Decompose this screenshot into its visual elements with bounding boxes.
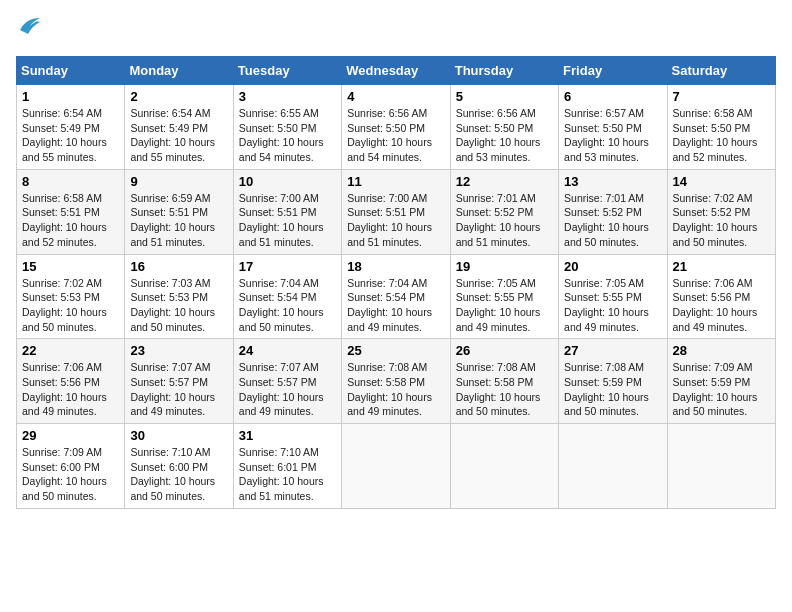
day-info: Sunrise: 6:58 AMSunset: 5:51 PMDaylight:… bbox=[22, 192, 107, 248]
calendar-header-sunday: Sunday bbox=[17, 57, 125, 85]
day-info: Sunrise: 7:09 AMSunset: 6:00 PMDaylight:… bbox=[22, 446, 107, 502]
day-info: Sunrise: 7:05 AMSunset: 5:55 PMDaylight:… bbox=[456, 277, 541, 333]
calendar-cell: 19 Sunrise: 7:05 AMSunset: 5:55 PMDaylig… bbox=[450, 254, 558, 339]
calendar-cell: 11 Sunrise: 7:00 AMSunset: 5:51 PMDaylig… bbox=[342, 169, 450, 254]
calendar-cell: 14 Sunrise: 7:02 AMSunset: 5:52 PMDaylig… bbox=[667, 169, 775, 254]
day-info: Sunrise: 7:07 AMSunset: 5:57 PMDaylight:… bbox=[130, 361, 215, 417]
calendar-header-monday: Monday bbox=[125, 57, 233, 85]
calendar-header-row: SundayMondayTuesdayWednesdayThursdayFrid… bbox=[17, 57, 776, 85]
day-info: Sunrise: 7:08 AMSunset: 5:58 PMDaylight:… bbox=[456, 361, 541, 417]
calendar-week-1: 1 Sunrise: 6:54 AMSunset: 5:49 PMDayligh… bbox=[17, 85, 776, 170]
day-info: Sunrise: 7:04 AMSunset: 5:54 PMDaylight:… bbox=[239, 277, 324, 333]
calendar-cell bbox=[342, 424, 450, 509]
calendar-cell: 26 Sunrise: 7:08 AMSunset: 5:58 PMDaylig… bbox=[450, 339, 558, 424]
day-number: 14 bbox=[673, 174, 770, 189]
calendar-header-friday: Friday bbox=[559, 57, 667, 85]
calendar-cell: 7 Sunrise: 6:58 AMSunset: 5:50 PMDayligh… bbox=[667, 85, 775, 170]
day-number: 19 bbox=[456, 259, 553, 274]
calendar-header-saturday: Saturday bbox=[667, 57, 775, 85]
day-info: Sunrise: 7:06 AMSunset: 5:56 PMDaylight:… bbox=[673, 277, 758, 333]
logo-bird-icon bbox=[18, 16, 40, 34]
day-info: Sunrise: 7:02 AMSunset: 5:53 PMDaylight:… bbox=[22, 277, 107, 333]
day-number: 17 bbox=[239, 259, 336, 274]
calendar-cell: 5 Sunrise: 6:56 AMSunset: 5:50 PMDayligh… bbox=[450, 85, 558, 170]
day-info: Sunrise: 7:08 AMSunset: 5:59 PMDaylight:… bbox=[564, 361, 649, 417]
calendar-week-5: 29 Sunrise: 7:09 AMSunset: 6:00 PMDaylig… bbox=[17, 424, 776, 509]
calendar-cell: 22 Sunrise: 7:06 AMSunset: 5:56 PMDaylig… bbox=[17, 339, 125, 424]
day-info: Sunrise: 6:56 AMSunset: 5:50 PMDaylight:… bbox=[347, 107, 432, 163]
calendar-cell: 21 Sunrise: 7:06 AMSunset: 5:56 PMDaylig… bbox=[667, 254, 775, 339]
day-number: 2 bbox=[130, 89, 227, 104]
day-info: Sunrise: 7:05 AMSunset: 5:55 PMDaylight:… bbox=[564, 277, 649, 333]
day-number: 28 bbox=[673, 343, 770, 358]
day-number: 16 bbox=[130, 259, 227, 274]
calendar-cell: 23 Sunrise: 7:07 AMSunset: 5:57 PMDaylig… bbox=[125, 339, 233, 424]
calendar-table: SundayMondayTuesdayWednesdayThursdayFrid… bbox=[16, 56, 776, 509]
day-info: Sunrise: 7:07 AMSunset: 5:57 PMDaylight:… bbox=[239, 361, 324, 417]
calendar-cell: 29 Sunrise: 7:09 AMSunset: 6:00 PMDaylig… bbox=[17, 424, 125, 509]
calendar-cell bbox=[559, 424, 667, 509]
day-info: Sunrise: 6:54 AMSunset: 5:49 PMDaylight:… bbox=[22, 107, 107, 163]
calendar-week-4: 22 Sunrise: 7:06 AMSunset: 5:56 PMDaylig… bbox=[17, 339, 776, 424]
day-number: 9 bbox=[130, 174, 227, 189]
day-number: 4 bbox=[347, 89, 444, 104]
calendar-header-tuesday: Tuesday bbox=[233, 57, 341, 85]
day-info: Sunrise: 6:59 AMSunset: 5:51 PMDaylight:… bbox=[130, 192, 215, 248]
day-number: 8 bbox=[22, 174, 119, 189]
day-number: 31 bbox=[239, 428, 336, 443]
calendar-week-2: 8 Sunrise: 6:58 AMSunset: 5:51 PMDayligh… bbox=[17, 169, 776, 254]
calendar-cell: 18 Sunrise: 7:04 AMSunset: 5:54 PMDaylig… bbox=[342, 254, 450, 339]
calendar-cell: 3 Sunrise: 6:55 AMSunset: 5:50 PMDayligh… bbox=[233, 85, 341, 170]
day-number: 5 bbox=[456, 89, 553, 104]
day-info: Sunrise: 7:01 AMSunset: 5:52 PMDaylight:… bbox=[564, 192, 649, 248]
calendar-cell: 8 Sunrise: 6:58 AMSunset: 5:51 PMDayligh… bbox=[17, 169, 125, 254]
calendar-cell: 15 Sunrise: 7:02 AMSunset: 5:53 PMDaylig… bbox=[17, 254, 125, 339]
day-number: 1 bbox=[22, 89, 119, 104]
calendar-cell: 30 Sunrise: 7:10 AMSunset: 6:00 PMDaylig… bbox=[125, 424, 233, 509]
day-number: 22 bbox=[22, 343, 119, 358]
day-info: Sunrise: 6:58 AMSunset: 5:50 PMDaylight:… bbox=[673, 107, 758, 163]
day-number: 25 bbox=[347, 343, 444, 358]
day-number: 15 bbox=[22, 259, 119, 274]
day-number: 21 bbox=[673, 259, 770, 274]
day-info: Sunrise: 6:55 AMSunset: 5:50 PMDaylight:… bbox=[239, 107, 324, 163]
day-number: 13 bbox=[564, 174, 661, 189]
day-number: 10 bbox=[239, 174, 336, 189]
day-info: Sunrise: 7:02 AMSunset: 5:52 PMDaylight:… bbox=[673, 192, 758, 248]
day-info: Sunrise: 7:01 AMSunset: 5:52 PMDaylight:… bbox=[456, 192, 541, 248]
calendar-cell: 6 Sunrise: 6:57 AMSunset: 5:50 PMDayligh… bbox=[559, 85, 667, 170]
calendar-cell bbox=[450, 424, 558, 509]
day-info: Sunrise: 6:56 AMSunset: 5:50 PMDaylight:… bbox=[456, 107, 541, 163]
calendar-cell: 20 Sunrise: 7:05 AMSunset: 5:55 PMDaylig… bbox=[559, 254, 667, 339]
day-number: 20 bbox=[564, 259, 661, 274]
day-number: 26 bbox=[456, 343, 553, 358]
calendar-cell: 10 Sunrise: 7:00 AMSunset: 5:51 PMDaylig… bbox=[233, 169, 341, 254]
calendar-header-wednesday: Wednesday bbox=[342, 57, 450, 85]
calendar-cell: 1 Sunrise: 6:54 AMSunset: 5:49 PMDayligh… bbox=[17, 85, 125, 170]
day-number: 30 bbox=[130, 428, 227, 443]
calendar-cell: 17 Sunrise: 7:04 AMSunset: 5:54 PMDaylig… bbox=[233, 254, 341, 339]
day-number: 23 bbox=[130, 343, 227, 358]
day-number: 7 bbox=[673, 89, 770, 104]
day-info: Sunrise: 7:03 AMSunset: 5:53 PMDaylight:… bbox=[130, 277, 215, 333]
day-info: Sunrise: 7:10 AMSunset: 6:00 PMDaylight:… bbox=[130, 446, 215, 502]
calendar-cell: 4 Sunrise: 6:56 AMSunset: 5:50 PMDayligh… bbox=[342, 85, 450, 170]
day-number: 24 bbox=[239, 343, 336, 358]
calendar-cell: 28 Sunrise: 7:09 AMSunset: 5:59 PMDaylig… bbox=[667, 339, 775, 424]
calendar-cell: 12 Sunrise: 7:01 AMSunset: 5:52 PMDaylig… bbox=[450, 169, 558, 254]
day-info: Sunrise: 7:00 AMSunset: 5:51 PMDaylight:… bbox=[347, 192, 432, 248]
calendar-cell: 27 Sunrise: 7:08 AMSunset: 5:59 PMDaylig… bbox=[559, 339, 667, 424]
day-info: Sunrise: 7:09 AMSunset: 5:59 PMDaylight:… bbox=[673, 361, 758, 417]
calendar-cell: 13 Sunrise: 7:01 AMSunset: 5:52 PMDaylig… bbox=[559, 169, 667, 254]
day-info: Sunrise: 7:10 AMSunset: 6:01 PMDaylight:… bbox=[239, 446, 324, 502]
day-info: Sunrise: 7:08 AMSunset: 5:58 PMDaylight:… bbox=[347, 361, 432, 417]
calendar-header-thursday: Thursday bbox=[450, 57, 558, 85]
page-header bbox=[16, 16, 776, 44]
day-info: Sunrise: 6:54 AMSunset: 5:49 PMDaylight:… bbox=[130, 107, 215, 163]
calendar-cell: 31 Sunrise: 7:10 AMSunset: 6:01 PMDaylig… bbox=[233, 424, 341, 509]
day-number: 18 bbox=[347, 259, 444, 274]
calendar-cell bbox=[667, 424, 775, 509]
day-number: 6 bbox=[564, 89, 661, 104]
day-number: 29 bbox=[22, 428, 119, 443]
day-number: 27 bbox=[564, 343, 661, 358]
